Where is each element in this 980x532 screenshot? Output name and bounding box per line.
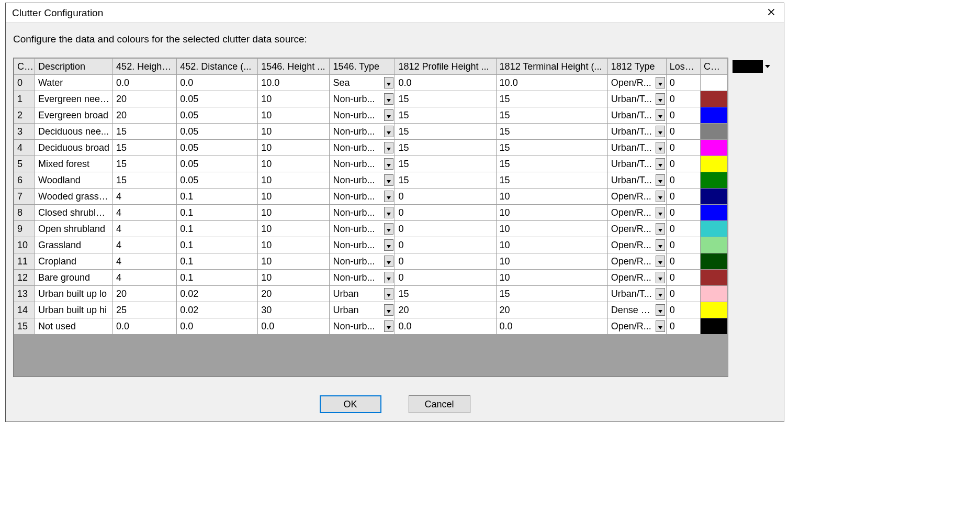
cell-1546-height[interactable]: 20 (258, 286, 330, 302)
dropdown-button[interactable] (656, 288, 665, 300)
cell-loss[interactable]: 0 (666, 189, 700, 205)
row-index[interactable]: 13 (14, 286, 35, 302)
cell-1546-height[interactable]: 10 (258, 270, 330, 286)
cell-description[interactable]: Water (35, 75, 113, 91)
dropdown-button[interactable] (656, 239, 665, 251)
dropdown-button[interactable] (656, 320, 665, 332)
cell-description[interactable]: Cropland (35, 253, 113, 270)
cell-1546-height[interactable]: 10 (258, 124, 330, 140)
cell-1546-height[interactable]: 10 (258, 156, 330, 172)
cell-1546-height[interactable]: 30 (258, 302, 330, 318)
cell-description[interactable]: Deciduous nee... (35, 124, 113, 140)
cell-452-height[interactable]: 4 (113, 205, 177, 221)
cell-loss[interactable]: 0 (666, 318, 700, 335)
cell-1546-type[interactable]: Non-urb... (330, 156, 395, 172)
cell-1812-profile-height[interactable]: 0 (395, 221, 496, 237)
cell-1812-profile-height[interactable]: 15 (395, 156, 496, 172)
cell-1812-terminal-height[interactable]: 15 (496, 156, 607, 172)
dropdown-button[interactable] (656, 174, 665, 186)
cell-1812-terminal-height[interactable]: 10 (496, 253, 607, 270)
cell-1812-profile-height[interactable]: 15 (395, 124, 496, 140)
cell-1812-terminal-height[interactable]: 10 (496, 237, 607, 253)
cell-description[interactable]: Woodland (35, 172, 113, 189)
cell-1812-profile-height[interactable]: 0 (395, 270, 496, 286)
cell-colour[interactable] (700, 140, 727, 156)
cell-1812-terminal-height[interactable]: 15 (496, 124, 607, 140)
row-index[interactable]: 14 (14, 302, 35, 318)
cell-1812-type[interactable]: Open/R... (607, 270, 666, 286)
cell-452-height[interactable]: 4 (113, 189, 177, 205)
col-header-loss[interactable]: Loss (... (666, 59, 700, 75)
cell-loss[interactable]: 0 (666, 253, 700, 270)
cell-1546-type[interactable]: Non-urb... (330, 189, 395, 205)
cell-452-distance[interactable]: 0.0 (177, 75, 258, 91)
cell-452-distance[interactable]: 0.05 (177, 156, 258, 172)
cell-452-height[interactable]: 25 (113, 302, 177, 318)
cell-452-distance[interactable]: 0.05 (177, 172, 258, 189)
cell-colour[interactable] (700, 302, 727, 318)
cell-loss[interactable]: 0 (666, 91, 700, 107)
close-button[interactable] (759, 3, 784, 23)
cell-1546-type[interactable]: Sea (330, 75, 395, 91)
cell-description[interactable]: Grassland (35, 237, 113, 253)
cell-1812-type[interactable]: Open/R... (607, 237, 666, 253)
cell-description[interactable]: Urban built up hi (35, 302, 113, 318)
cell-1812-profile-height[interactable]: 0 (395, 237, 496, 253)
cell-1812-terminal-height[interactable]: 10 (496, 270, 607, 286)
cell-colour[interactable] (700, 107, 727, 124)
row-index[interactable]: 1 (14, 91, 35, 107)
row-index[interactable]: 10 (14, 237, 35, 253)
cell-1546-height[interactable]: 10 (258, 189, 330, 205)
cell-1546-type[interactable]: Urban (330, 302, 395, 318)
colour-picker[interactable] (733, 58, 774, 74)
cell-loss[interactable]: 0 (666, 124, 700, 140)
cell-loss[interactable]: 0 (666, 286, 700, 302)
dropdown-button[interactable] (384, 126, 393, 137)
cell-loss[interactable]: 0 (666, 156, 700, 172)
cell-1812-terminal-height[interactable]: 15 (496, 140, 607, 156)
cell-colour[interactable] (700, 75, 727, 91)
cell-452-distance[interactable]: 0.05 (177, 107, 258, 124)
cell-description[interactable]: Urban built up lo (35, 286, 113, 302)
cell-colour[interactable] (700, 270, 727, 286)
row-index[interactable]: 2 (14, 107, 35, 124)
cell-1546-height[interactable]: 10 (258, 253, 330, 270)
cell-description[interactable]: Mixed forest (35, 156, 113, 172)
cell-1546-height[interactable]: 10 (258, 237, 330, 253)
col-header-1812-type[interactable]: 1812 Type (607, 59, 666, 75)
cell-colour[interactable] (700, 253, 727, 270)
cell-452-height[interactable]: 15 (113, 124, 177, 140)
cell-1812-type[interactable]: Urban/T... (607, 124, 666, 140)
cell-description[interactable]: Bare ground (35, 270, 113, 286)
cell-loss[interactable]: 0 (666, 221, 700, 237)
cell-1546-height[interactable]: 10 (258, 172, 330, 189)
cell-1546-height[interactable]: 10 (258, 91, 330, 107)
dropdown-button[interactable] (384, 223, 393, 235)
cell-1812-type[interactable]: Urban/T... (607, 286, 666, 302)
cell-1812-profile-height[interactable]: 15 (395, 91, 496, 107)
cell-452-height[interactable]: 4 (113, 237, 177, 253)
cell-1812-type[interactable]: Open/R... (607, 253, 666, 270)
dropdown-button[interactable] (384, 109, 393, 121)
cell-452-distance[interactable]: 0.1 (177, 205, 258, 221)
col-header-description[interactable]: Description (35, 59, 113, 75)
col-header-1546-height[interactable]: 1546. Height ... (258, 59, 330, 75)
cell-1812-profile-height[interactable]: 0 (395, 253, 496, 270)
cell-1812-profile-height[interactable]: 15 (395, 172, 496, 189)
cell-452-distance[interactable]: 0.05 (177, 91, 258, 107)
cell-1812-type[interactable]: Open/R... (607, 189, 666, 205)
cell-1546-type[interactable]: Non-urb... (330, 270, 395, 286)
cell-1546-height[interactable]: 10 (258, 205, 330, 221)
cell-loss[interactable]: 0 (666, 205, 700, 221)
cell-1546-type[interactable]: Non-urb... (330, 172, 395, 189)
row-index[interactable]: 4 (14, 140, 35, 156)
cell-description[interactable]: Closed shrubland (35, 205, 113, 221)
dropdown-button[interactable] (656, 93, 665, 105)
cell-1812-type[interactable]: Open/R... (607, 205, 666, 221)
cell-1812-profile-height[interactable]: 15 (395, 140, 496, 156)
cancel-button[interactable]: Cancel (409, 395, 470, 413)
cell-1546-type[interactable]: Urban (330, 286, 395, 302)
dropdown-button[interactable] (656, 272, 665, 283)
cell-452-height[interactable]: 15 (113, 156, 177, 172)
cell-452-distance[interactable]: 0.05 (177, 124, 258, 140)
